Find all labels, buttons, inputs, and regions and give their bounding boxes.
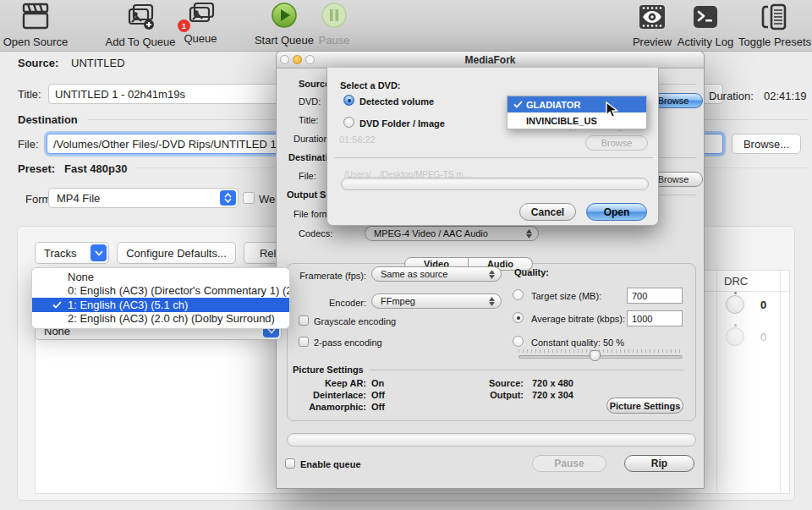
format-popup[interactable]: MP4 File [48, 188, 239, 208]
average-bitrate-field[interactable]: 1000 [627, 310, 683, 326]
terminal-icon [691, 3, 720, 32]
sheet-progress-bar [341, 178, 649, 190]
tracks-menu-item-selected[interactable]: 1: English (AC3) (5.1 ch) [32, 298, 289, 312]
output-dim-value: 720 x 304 [532, 390, 573, 400]
enable-queue-label: Enable queue [300, 459, 361, 469]
activity-log-label: Activity Log [677, 36, 734, 48]
file-label: File: [18, 138, 39, 151]
tracks-menu-item[interactable]: None [32, 271, 289, 284]
deinterlace-label: Deinterlace: [277, 390, 366, 400]
dvd-menu-item-label: GLADIATOR [526, 100, 580, 110]
dlg-pause-button: Pause [532, 455, 606, 472]
select-dvd-sheet: Select a DVD: Detected volume DVD Folder… [326, 68, 659, 226]
quality-slider-ticks [518, 349, 683, 353]
configure-defaults-button[interactable]: Configure Defaults... [117, 242, 236, 264]
pause-button: Pause [315, 2, 354, 47]
target-size-field[interactable]: 700 [627, 288, 683, 304]
table-column-divider [716, 271, 717, 495]
grayscale-checkbox[interactable] [299, 315, 309, 326]
tracks-menu-item-label: 1: English (AC3) (5.1 ch) [68, 299, 188, 311]
codecs-stepper-icon [526, 227, 532, 240]
preset-label: Preset: [18, 162, 55, 175]
source-value: UNTITLED [71, 57, 125, 69]
drc-value-2: 0 [760, 331, 766, 343]
add-to-queue-button[interactable]: Add To Queue [102, 2, 179, 48]
rip-button[interactable]: Rip [624, 455, 694, 472]
dlg-file-label: File: [299, 171, 316, 181]
dialog-titlebar[interactable]: MediaFork [277, 52, 704, 69]
main-duration-label: Duration: [709, 90, 754, 102]
format-value: MP4 File [49, 192, 100, 205]
dialog-title: MediaFork [277, 54, 704, 66]
queue-label: Queue [180, 32, 221, 45]
encoder-value: FFmpeg [381, 296, 415, 306]
anamorphic-value: Off [371, 402, 385, 412]
drc-dial-notch-2 [734, 324, 737, 326]
source-dim-label: Source: [454, 378, 524, 388]
drc-value-1: 0 [760, 299, 766, 311]
presets-panel-icon [760, 3, 789, 32]
constant-quality-radio[interactable] [513, 336, 524, 347]
twopass-label: 2-pass encoding [314, 337, 382, 348]
tracks-menu-item[interactable]: 2: English (AC3) (2.0 ch) (Dolby Surroun… [32, 312, 289, 326]
dlg-title-label: Title: [299, 115, 318, 125]
encoder-popup[interactable]: FFmpeg [371, 293, 502, 309]
tracks-popup-chevron-icon [91, 244, 107, 261]
dvd-folder-label: DVD Folder / Image [359, 118, 445, 129]
start-queue-button[interactable]: Start Queue [254, 2, 315, 47]
sheet-title: Select a DVD: [340, 80, 401, 90]
queue-button[interactable]: 1 Queue [180, 2, 221, 45]
detected-volume-radio[interactable] [343, 95, 354, 106]
twopass-checkbox[interactable] [299, 337, 309, 347]
keep-ar-label: Keep AR: [277, 378, 366, 388]
preset-value: Fast 480p30 [64, 162, 127, 175]
mouse-cursor [606, 101, 618, 119]
quality-slider-thumb[interactable] [590, 350, 601, 361]
enable-queue-checkbox[interactable] [285, 458, 295, 469]
dvd-menu-item-selected[interactable]: GLADIATOR [508, 96, 646, 112]
cancel-button[interactable]: Cancel [519, 203, 576, 221]
dlg-codecs-popup[interactable]: MPEG-4 Video / AAC Audio [365, 226, 539, 241]
picture-settings-button[interactable]: Picture Settings [606, 398, 683, 414]
activity-log-button[interactable]: Activity Log [677, 3, 734, 48]
tracks-popup-button[interactable]: Tracks [35, 242, 109, 264]
add-to-queue-icon [125, 2, 156, 32]
toggle-presets-button[interactable]: Toggle Presets [738, 3, 812, 48]
sheet-divider [334, 157, 653, 158]
encoder-stepper-icon [489, 294, 495, 308]
open-button[interactable]: Open [586, 203, 647, 221]
average-bitrate-radio[interactable] [513, 312, 524, 323]
rip-progress-bar [287, 433, 696, 447]
checkmark-icon [52, 301, 62, 309]
open-source-label: Open Source [2, 36, 69, 48]
average-bitrate-label: Average bitrate (kbps): [531, 314, 625, 324]
main-duration-value: 02:41:19 [764, 90, 807, 102]
preview-icon [637, 3, 667, 32]
open-source-button[interactable]: Open Source [2, 2, 69, 48]
mediafork-dialog: MediaFork Source DVD: Browse Title: Dura… [276, 51, 705, 489]
target-size-radio[interactable] [513, 289, 524, 300]
preview-button[interactable]: Preview [628, 3, 676, 48]
browse-button[interactable]: Browse... [732, 134, 801, 154]
constant-quality-label: Constant quality: 50 % [531, 337, 624, 348]
format-popup-chevrons-icon [220, 190, 236, 206]
drc-dial-1[interactable] [726, 295, 744, 314]
source-label: Source: [18, 57, 58, 69]
quality-slider-track[interactable] [518, 355, 683, 359]
deinterlace-value: Off [371, 390, 385, 400]
tracks-menu: None 0: English (AC3) (Director's Commen… [31, 267, 290, 329]
quality-label: Quality: [514, 267, 549, 277]
drc-column-header: DRC [724, 275, 748, 288]
framerate-stepper-icon [489, 267, 495, 281]
toolbar: Open Source Add To Queue 1 Queue Start Q… [0, 0, 812, 52]
web-checkbox[interactable] [243, 192, 255, 204]
drc-dial-2[interactable] [726, 327, 744, 346]
dlg-codecs-value: MPEG-4 Video / AAC Audio [374, 228, 488, 239]
drc-dial-notch-1 [734, 292, 737, 294]
tracks-menu-item[interactable]: 0: English (AC3) (Director's Commentary … [32, 284, 289, 298]
grayscale-label: Grayscale encoding [314, 316, 396, 326]
dvd-menu-item[interactable]: INVINCIBLE_US [508, 112, 646, 129]
output-dim-label: Output: [454, 390, 524, 400]
dvd-folder-radio[interactable] [343, 117, 354, 128]
framerate-popup[interactable]: Same as source [371, 266, 502, 282]
